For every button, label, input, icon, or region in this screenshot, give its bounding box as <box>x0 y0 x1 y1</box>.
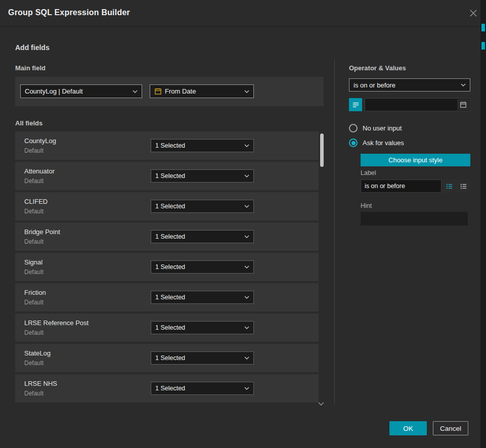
radio-no-user-input[interactable]: No user input <box>349 124 402 132</box>
field-subtitle: Default <box>24 360 43 367</box>
group-sql-expression-builder-dialog: Group SQL Expression Builder Add fields … <box>0 0 486 448</box>
field-count-select-value: 1 Selected <box>155 294 185 301</box>
operator-select-value: is on or before <box>354 81 395 89</box>
field-subtitle: Default <box>24 329 43 336</box>
dialog-footer: OK Cancel <box>389 421 468 435</box>
chevron-down-icon <box>244 265 249 268</box>
layer-select-value: CountyLog | Default <box>25 87 83 95</box>
chevron-down-icon <box>244 174 249 177</box>
chevron-down-icon <box>244 235 249 238</box>
hint-caption: Hint <box>361 202 372 209</box>
radio-unselected-icon <box>349 124 358 132</box>
chevron-down-icon <box>244 205 249 208</box>
add-fields-heading: Add fields <box>15 43 50 52</box>
field-subtitle: Default <box>24 390 43 397</box>
field-count-select[interactable]: 1 Selected <box>151 291 254 304</box>
field-count-select-value: 1 Selected <box>155 263 185 271</box>
field-count-select-value: 1 Selected <box>155 203 185 210</box>
value-list-icon <box>352 101 360 109</box>
field-subtitle: Default <box>24 299 43 306</box>
chevron-down-icon <box>244 296 249 299</box>
label-caption: Label <box>361 169 376 176</box>
hint-input[interactable] <box>361 212 468 226</box>
field-row: CLIFED Default 1 Selected <box>15 192 319 220</box>
date-value-input[interactable] <box>365 99 461 111</box>
page-scrollbar[interactable] <box>480 0 486 448</box>
field-row: Attenuator Default 1 Selected <box>15 162 319 190</box>
field-count-select-value: 1 Selected <box>155 354 185 362</box>
field-name: CountyLog <box>24 137 56 145</box>
chevron-down-icon <box>244 144 249 147</box>
field-subtitle: Default <box>24 177 43 185</box>
layer-select[interactable]: CountyLog | Default <box>20 84 142 98</box>
scrollbar-highlight-tick <box>481 42 485 50</box>
field-name: Friction <box>24 289 46 296</box>
radio-selected-icon <box>349 139 358 147</box>
field-row: StateLog Default 1 Selected <box>15 344 319 372</box>
radio-ask-for-values[interactable]: Ask for values <box>349 139 404 147</box>
field-name: LRSE NHS <box>24 380 57 387</box>
field-row: Signal Default 1 Selected <box>15 253 319 281</box>
date-value-field <box>365 98 470 111</box>
field-name: StateLog <box>24 349 51 357</box>
list-scrollbar[interactable] <box>320 132 324 393</box>
field-name: CLIFED <box>24 198 48 205</box>
field-count-select[interactable]: 1 Selected <box>151 260 254 274</box>
field-name: Bridge Point <box>24 228 60 236</box>
field-count-select[interactable]: 1 Selected <box>151 382 254 395</box>
field-row: LRSE NHS Default 1 Selected <box>15 374 319 402</box>
ok-button[interactable]: OK <box>389 421 427 435</box>
field-count-select-value: 1 Selected <box>155 385 185 392</box>
field-row: Friction Default 1 Selected <box>15 283 319 311</box>
field-count-select-value: 1 Selected <box>155 142 185 149</box>
scrollbar-highlight-tick <box>481 24 485 31</box>
field-count-select[interactable]: 1 Selected <box>151 139 254 152</box>
operator-select[interactable]: is on or before <box>349 78 470 92</box>
list-scrollbar-thumb[interactable] <box>320 133 324 167</box>
field-subtitle: Default <box>24 147 43 154</box>
date-picker-button[interactable] <box>457 99 469 110</box>
label-input[interactable] <box>361 180 441 193</box>
field-count-select[interactable]: 1 Selected <box>151 230 254 243</box>
operator-values-heading: Operator & Values <box>349 64 406 72</box>
input-style-list-button[interactable] <box>442 180 456 193</box>
field-subtitle: Default <box>24 208 43 215</box>
date-field-select-value: From Date <box>165 87 241 95</box>
calendar-icon <box>460 101 467 108</box>
radio-no-user-input-label: No user input <box>363 124 402 132</box>
field-count-select[interactable]: 1 Selected <box>151 351 254 365</box>
close-icon[interactable] <box>469 9 478 18</box>
unique-values-button[interactable] <box>349 98 362 111</box>
field-subtitle: Default <box>24 268 43 276</box>
dialog-header: Group SQL Expression Builder <box>0 0 486 27</box>
panel-divider <box>334 60 335 404</box>
field-subtitle: Default <box>24 238 43 245</box>
chevron-down-icon <box>244 326 249 329</box>
chevron-down-icon <box>132 90 138 93</box>
dialog-title: Group SQL Expression Builder <box>8 8 130 17</box>
main-field-panel: CountyLog | Default From Date <box>15 77 324 106</box>
all-fields-list: CountyLog Default 1 Selected Attenuator … <box>15 131 319 405</box>
input-style-multilist-button[interactable] <box>456 180 470 193</box>
field-count-select-value: 1 Selected <box>155 233 185 240</box>
field-row: LRSE Reference Post Default 1 Selected <box>15 313 319 342</box>
cancel-button[interactable]: Cancel <box>433 421 468 435</box>
field-row: Bridge Point Default 1 Selected <box>15 222 319 251</box>
main-field-heading: Main field <box>15 64 46 72</box>
chevron-down-icon <box>244 387 249 390</box>
field-row: CountyLog Default 1 Selected <box>15 131 319 160</box>
bulleted-list-icon <box>446 183 453 190</box>
scroll-down-icon[interactable] <box>318 398 324 408</box>
field-name: LRSE Reference Post <box>24 319 89 327</box>
field-count-select[interactable]: 1 Selected <box>151 321 254 334</box>
field-count-select-value: 1 Selected <box>155 324 185 331</box>
choose-input-style-button[interactable]: Choose input style <box>361 154 470 166</box>
field-count-select[interactable]: 1 Selected <box>151 169 254 183</box>
calendar-icon <box>154 87 162 95</box>
chevron-down-icon <box>461 83 466 86</box>
chevron-down-icon <box>244 90 249 93</box>
field-count-select[interactable]: 1 Selected <box>151 200 254 213</box>
date-field-select[interactable]: From Date <box>150 84 254 98</box>
field-name: Attenuator <box>24 167 55 175</box>
field-name: Signal <box>24 258 42 266</box>
